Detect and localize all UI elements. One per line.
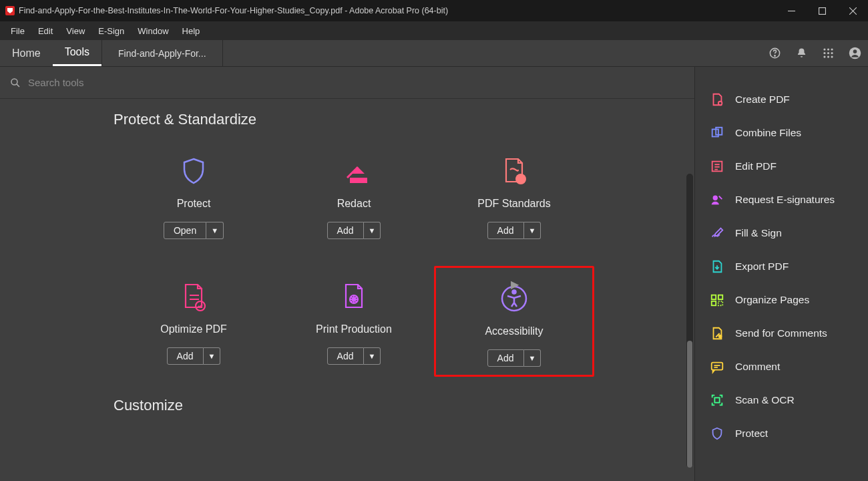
section-protect-title: Protect & Standardize — [114, 111, 668, 128]
tool-add-button[interactable]: Add — [487, 222, 524, 239]
svg-point-8 — [831, 52, 833, 54]
tool-dropdown-caret[interactable]: ▼ — [364, 347, 381, 365]
menu-esign[interactable]: E-Sign — [91, 23, 131, 39]
tool-card-print-production[interactable]: Print Production Add ▼ — [274, 266, 434, 377]
title-bar: Find-and-Apply-For-the-Best-Institutes-I… — [0, 0, 868, 21]
export-pdf-icon — [710, 259, 724, 274]
minimize-button[interactable] — [776, 0, 807, 21]
content-scrollbar[interactable] — [686, 174, 693, 468]
tool-dropdown-caret[interactable]: ▼ — [364, 222, 381, 239]
rp-label: Comment — [735, 361, 780, 373]
svg-point-7 — [827, 52, 829, 54]
rp-combine-files[interactable]: Combine Files — [695, 116, 868, 150]
tool-dropdown-caret[interactable]: ▼ — [206, 222, 224, 239]
tool-add-button[interactable]: Add — [327, 347, 364, 365]
svg-rect-33 — [714, 397, 719, 402]
menu-file[interactable]: File — [4, 23, 31, 39]
svg-rect-30 — [718, 301, 722, 305]
menu-window[interactable]: Window — [131, 23, 175, 39]
svg-point-13 — [853, 49, 857, 53]
optimize-pdf-icon — [176, 279, 211, 314]
tab-tools[interactable]: Tools — [53, 40, 101, 66]
tool-add-button[interactable]: Add — [167, 347, 204, 365]
tool-button-split: Add ▼ — [327, 222, 381, 239]
rp-send-for-comments[interactable]: Send for Comments — [695, 317, 868, 350]
top-tabs: Home Tools Find-and-Apply-For... — [0, 40, 868, 67]
rp-export-pdf[interactable]: Export PDF — [695, 250, 868, 283]
tool-add-button[interactable]: Add — [327, 222, 364, 239]
svg-point-6 — [823, 52, 825, 54]
comment-icon — [710, 359, 724, 374]
combine-files-icon — [710, 126, 724, 140]
pdf-standards-icon: i — [497, 154, 531, 188]
scrollbar-thumb[interactable] — [687, 341, 692, 468]
tool-card-protect[interactable]: Protect Open ▼ — [114, 140, 274, 247]
svg-point-3 — [823, 48, 825, 50]
scan-ocr-icon — [710, 393, 724, 408]
search-icon — [9, 77, 21, 89]
tools-scroll-area[interactable]: Protect & Standardize Protect Open ▼ — [0, 99, 694, 481]
tools-content: Protect & Standardize Protect Open ▼ — [0, 67, 694, 481]
tool-dropdown-caret[interactable]: ▼ — [524, 349, 541, 367]
rp-fill-sign[interactable]: Fill & Sign — [695, 216, 868, 250]
bell-icon[interactable] — [788, 40, 815, 66]
account-icon[interactable] — [841, 40, 868, 66]
tool-grid: Protect Open ▼ Redact Add ▼ — [114, 140, 668, 377]
acrobat-app-icon — [5, 6, 15, 15]
tool-card-pdf-standards[interactable]: i PDF Standards Add ▼ — [434, 140, 594, 247]
main-area: Protect & Standardize Protect Open ▼ — [0, 67, 868, 481]
organize-pages-icon — [710, 293, 724, 307]
tool-add-button[interactable]: Add — [487, 349, 524, 367]
tool-card-optimize-pdf[interactable]: Optimize PDF Add ▼ — [114, 266, 274, 377]
print-production-icon — [337, 279, 371, 314]
apps-grid-icon[interactable] — [815, 40, 841, 66]
maximize-button[interactable] — [807, 0, 837, 21]
collapse-right-panel-handle[interactable]: ▶ — [509, 274, 520, 294]
tool-label: Protect — [177, 198, 211, 210]
rp-scan-ocr[interactable]: Scan & OCR — [695, 383, 868, 417]
right-tools-panel: Create PDF Combine Files Edit PDF Reques… — [694, 67, 868, 481]
protect-icon — [710, 426, 724, 441]
svg-rect-28 — [718, 295, 722, 299]
svg-point-11 — [831, 55, 833, 57]
rp-label: Organize Pages — [735, 294, 809, 306]
create-pdf-icon — [710, 92, 724, 107]
menu-view[interactable]: View — [59, 23, 91, 39]
rp-request-esignatures[interactable]: Request E-signatures — [695, 183, 868, 216]
search-input[interactable] — [28, 77, 685, 88]
svg-rect-15 — [350, 178, 367, 183]
fill-sign-icon — [710, 226, 724, 240]
tool-dropdown-caret[interactable]: ▼ — [204, 347, 221, 365]
rp-label: Create PDF — [735, 94, 790, 106]
send-comments-icon — [710, 326, 724, 341]
tool-open-button[interactable]: Open — [164, 222, 206, 239]
rp-label: Edit PDF — [735, 160, 777, 172]
rp-create-pdf[interactable]: Create PDF — [695, 83, 868, 116]
rp-label: Request E-signatures — [735, 194, 835, 206]
tool-dropdown-caret[interactable]: ▼ — [524, 222, 541, 239]
tool-button-split: Add ▼ — [487, 349, 541, 367]
tool-card-redact[interactable]: Redact Add ▼ — [274, 140, 434, 247]
menu-help[interactable]: Help — [176, 23, 207, 39]
svg-text:i: i — [519, 175, 521, 183]
tool-button-split: Add ▼ — [167, 347, 221, 365]
tool-label: Print Production — [316, 323, 392, 335]
rp-protect[interactable]: Protect — [695, 417, 868, 450]
close-button[interactable] — [837, 0, 868, 21]
svg-point-4 — [827, 48, 829, 50]
rp-organize-pages[interactable]: Organize Pages — [695, 283, 868, 317]
menu-edit[interactable]: Edit — [31, 23, 59, 39]
tab-home[interactable]: Home — [0, 40, 53, 66]
rp-label: Fill & Sign — [735, 227, 782, 239]
svg-point-26 — [713, 196, 718, 200]
menu-bar: File Edit View E-Sign Window Help — [0, 21, 868, 40]
svg-rect-27 — [712, 295, 716, 299]
window-title: Find-and-Apply-For-the-Best-Institutes-I… — [19, 6, 448, 15]
tool-button-split: Add ▼ — [327, 347, 381, 365]
help-icon[interactable] — [761, 40, 788, 66]
rp-comment[interactable]: Comment — [695, 350, 868, 383]
tab-document[interactable]: Find-and-Apply-For... — [101, 40, 223, 66]
svg-rect-29 — [712, 301, 716, 305]
rp-label: Protect — [735, 428, 768, 440]
rp-edit-pdf[interactable]: Edit PDF — [695, 150, 868, 183]
